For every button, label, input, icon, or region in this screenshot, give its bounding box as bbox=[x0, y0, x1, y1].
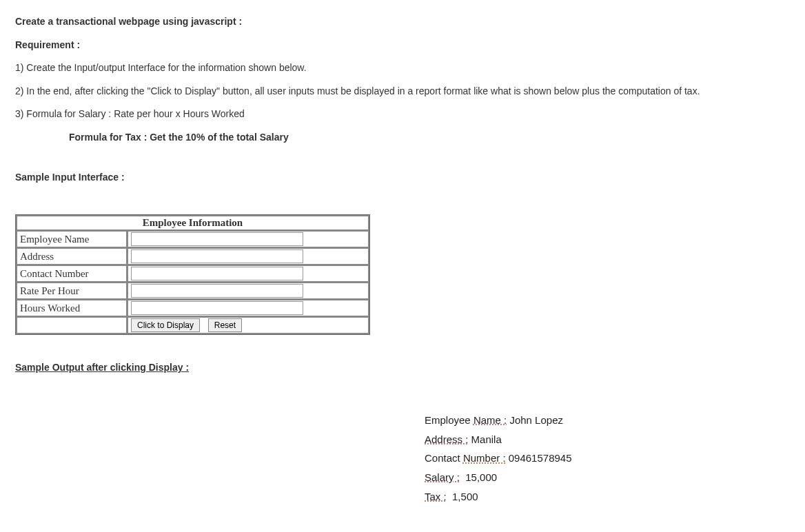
requirement-label: Requirement : bbox=[15, 39, 790, 52]
output-contact-number: Contact Number : 09461578945 bbox=[425, 449, 790, 468]
label-employee-name: Employee Name bbox=[17, 231, 127, 247]
sample-output-heading: Sample Output after clicking Display : bbox=[15, 361, 790, 375]
formula-tax: Formula for Tax : Get the 10% of the tot… bbox=[69, 131, 790, 145]
output-employee-name: Employee Name : John Lopez bbox=[425, 411, 790, 430]
hours-worked-field[interactable] bbox=[131, 301, 303, 315]
employee-name-field[interactable] bbox=[131, 232, 303, 246]
table-row: Rate Per Hour bbox=[17, 283, 369, 299]
requirement-3: 3) Formula for Salary : Rate per hour x … bbox=[15, 108, 790, 121]
label-hours-worked: Hours Worked bbox=[17, 300, 127, 316]
page-title: Create a transactional webpage using jav… bbox=[15, 15, 790, 29]
employee-table: Employee Information Employee Name Addre… bbox=[15, 214, 370, 335]
output-report: Employee Name : John Lopez Address : Man… bbox=[425, 411, 790, 507]
output-tax: Tax : 1,500 bbox=[425, 487, 790, 507]
output-salary: Salary : 15,000 bbox=[425, 468, 790, 487]
label-rate-per-hour: Rate Per Hour bbox=[17, 283, 127, 299]
rate-per-hour-field[interactable] bbox=[131, 284, 303, 298]
reset-button[interactable]: Reset bbox=[208, 318, 242, 332]
label-address: Address bbox=[17, 248, 127, 265]
contact-number-field[interactable] bbox=[131, 267, 303, 280]
table-row: Employee Name bbox=[17, 231, 369, 247]
click-to-display-button[interactable]: Click to Display bbox=[131, 318, 200, 332]
sample-input-heading: Sample Input Interface : bbox=[15, 171, 790, 185]
table-row: Hours Worked bbox=[17, 300, 369, 316]
table-row: Address bbox=[17, 248, 369, 265]
requirement-2: 2) In the end, after clicking the "Click… bbox=[15, 85, 790, 99]
requirement-1: 1) Create the Input/output Interface for… bbox=[15, 61, 790, 75]
label-contact-number: Contact Number bbox=[17, 265, 127, 282]
table-row: Contact Number bbox=[17, 265, 369, 282]
table-header: Employee Information bbox=[17, 216, 369, 230]
address-field[interactable] bbox=[131, 249, 303, 263]
table-row: Click to Display Reset bbox=[17, 317, 369, 334]
output-address: Address : Manila bbox=[425, 430, 790, 449]
